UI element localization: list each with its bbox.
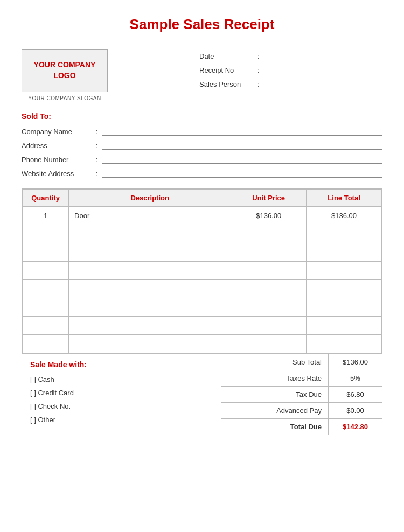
total-due-label: Total Due [221, 419, 329, 435]
cell-price [231, 317, 307, 335]
tax-due-value: $6.80 [329, 387, 382, 403]
company-name-row: Company Name : [22, 127, 382, 136]
cell-desc [69, 280, 231, 298]
date-line[interactable] [264, 52, 382, 60]
cell-desc [69, 225, 231, 243]
logo-text: YOUR COMPANY LOGO [34, 60, 96, 81]
receipt-row: Receipt No : [199, 66, 382, 74]
cell-desc [69, 317, 231, 335]
subtotal-label: Sub Total [221, 354, 329, 370]
payment-section: Sale Made with: [ ] Cash[ ] Credit Card[… [22, 354, 221, 436]
cell-qty [23, 243, 69, 262]
address-label: Address [22, 142, 92, 150]
cell-price [231, 262, 307, 280]
payment-option[interactable]: [ ] Check No. [30, 402, 213, 410]
cell-total [307, 298, 382, 317]
page-title: Sample Sales Receipt [22, 16, 382, 33]
company-name-label: Company Name [22, 128, 92, 136]
advanced-label: Advanced Pay [221, 403, 329, 419]
table-row [23, 317, 382, 335]
bottom-section: Sale Made with: [ ] Cash[ ] Credit Card[… [22, 354, 382, 436]
table-row [23, 298, 382, 317]
receipt-line[interactable] [264, 66, 382, 74]
col-header-line-total: Line Total [307, 190, 382, 207]
cell-desc [69, 298, 231, 317]
cell-total: $136.00 [307, 207, 382, 225]
sold-to-section: Sold To: Company Name : Address : Phone … [22, 112, 382, 178]
subtotal-row: Sub Total $136.00 [221, 354, 382, 370]
cell-price [231, 298, 307, 317]
cell-price [231, 280, 307, 298]
sold-to-title: Sold To: [22, 112, 382, 121]
company-slogan: YOUR COMPANY SLOGAN [28, 95, 101, 101]
cell-qty [23, 280, 69, 298]
table-row: 1 Door $136.00 $136.00 [23, 207, 382, 225]
date-row: Date : [199, 52, 382, 60]
header-section: YOUR COMPANY LOGO YOUR COMPANY SLOGAN Da… [22, 49, 382, 101]
website-line[interactable] [102, 169, 382, 178]
subtotal-value: $136.00 [329, 354, 382, 370]
phone-line[interactable] [102, 155, 382, 164]
col-header-unit-price: Unit Price [231, 190, 307, 207]
cell-qty [23, 225, 69, 243]
payment-option[interactable]: [ ] Credit Card [30, 389, 213, 397]
salesperson-label: Sales Person [199, 80, 253, 88]
website-label: Website Address [22, 170, 92, 178]
total-due-value: $142.80 [329, 419, 382, 435]
table-row [23, 225, 382, 243]
summary-table: Sub Total $136.00 Taxes Rate 5% Tax Due … [221, 354, 382, 435]
tax-due-row: Tax Due $6.80 [221, 387, 382, 403]
cell-price [231, 335, 307, 353]
table-row [23, 243, 382, 262]
phone-label: Phone Number [22, 156, 92, 164]
cell-total [307, 243, 382, 262]
cell-total [307, 317, 382, 335]
cell-desc [69, 243, 231, 262]
tax-due-label: Tax Due [221, 387, 329, 403]
table-row [23, 280, 382, 298]
logo-wrapper: YOUR COMPANY LOGO YOUR COMPANY SLOGAN [22, 49, 108, 101]
company-name-line[interactable] [102, 127, 382, 136]
cell-total [307, 280, 382, 298]
salesperson-row: Sales Person : [199, 80, 382, 88]
cell-qty [23, 335, 69, 353]
phone-row: Phone Number : [22, 155, 382, 164]
advanced-row: Advanced Pay $0.00 [221, 403, 382, 419]
cell-qty [23, 317, 69, 335]
cell-qty [23, 298, 69, 317]
cell-qty [23, 262, 69, 280]
col-header-description: Description [69, 190, 231, 207]
logo-box: YOUR COMPANY LOGO [22, 49, 108, 92]
cell-price [231, 225, 307, 243]
receipt-label: Receipt No [199, 66, 253, 74]
cell-desc [69, 262, 231, 280]
website-row: Website Address : [22, 169, 382, 178]
header-info-fields: Date : Receipt No : Sales Person : [199, 49, 382, 88]
cell-desc [69, 335, 231, 353]
advanced-value: $0.00 [329, 403, 382, 419]
cell-total [307, 225, 382, 243]
cell-total [307, 262, 382, 280]
payment-title: Sale Made with: [30, 360, 213, 369]
payment-option[interactable]: [ ] Cash [30, 375, 213, 383]
table-row [23, 335, 382, 353]
cell-total [307, 335, 382, 353]
table-row [23, 262, 382, 280]
address-line[interactable] [102, 141, 382, 150]
table-wrapper: Quantity Description Unit Price Line Tot… [22, 188, 382, 354]
cell-qty: 1 [23, 207, 69, 225]
payment-option[interactable]: [ ] Other [30, 416, 213, 424]
date-label: Date [199, 52, 253, 60]
salesperson-line[interactable] [264, 80, 382, 88]
total-due-row: Total Due $142.80 [221, 419, 382, 435]
cell-price [231, 243, 307, 262]
taxes-label: Taxes Rate [221, 370, 329, 387]
cell-desc: Door [69, 207, 231, 225]
cell-price: $136.00 [231, 207, 307, 225]
summary-section: Sub Total $136.00 Taxes Rate 5% Tax Due … [221, 354, 382, 436]
taxes-value: 5% [329, 370, 382, 387]
taxes-row: Taxes Rate 5% [221, 370, 382, 387]
items-table: Quantity Description Unit Price Line Tot… [22, 189, 382, 353]
address-row: Address : [22, 141, 382, 150]
col-header-quantity: Quantity [23, 190, 69, 207]
